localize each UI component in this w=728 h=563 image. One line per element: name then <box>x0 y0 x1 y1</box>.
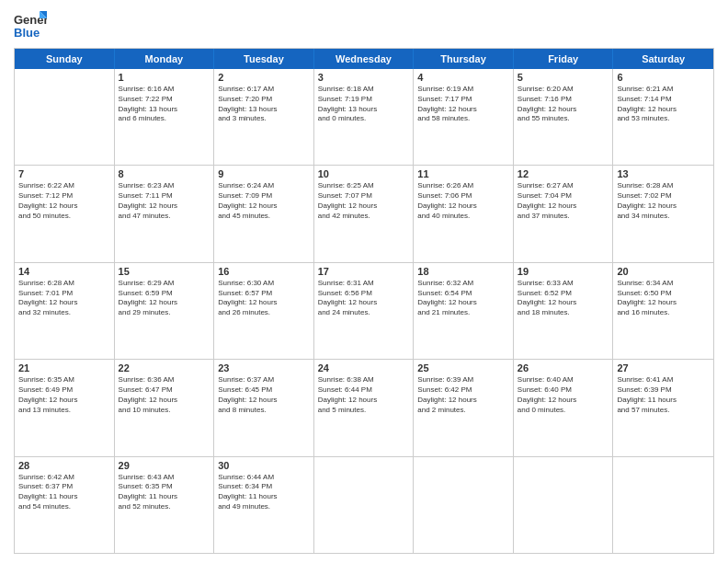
day-info: Sunrise: 6:28 AM Sunset: 7:01 PM Dayligh… <box>18 279 110 318</box>
day-number: 10 <box>318 168 410 179</box>
day-number: 4 <box>417 72 509 83</box>
day-info: Sunrise: 6:21 AM Sunset: 7:14 PM Dayligh… <box>617 85 710 124</box>
day-info: Sunrise: 6:33 AM Sunset: 6:52 PM Dayligh… <box>518 279 609 318</box>
day-cell-21: 21Sunrise: 6:35 AM Sunset: 6:49 PM Dayli… <box>15 360 115 455</box>
day-number: 27 <box>617 362 710 373</box>
day-number: 5 <box>518 72 609 83</box>
day-number: 18 <box>417 266 509 277</box>
calendar: SundayMondayTuesdayWednesdayThursdayFrid… <box>14 48 714 554</box>
day-number: 14 <box>18 266 110 277</box>
day-cell-7: 7Sunrise: 6:22 AM Sunset: 7:12 PM Daylig… <box>15 166 115 261</box>
day-number: 26 <box>518 362 609 373</box>
day-cell-30: 30Sunrise: 6:44 AM Sunset: 6:34 PM Dayli… <box>214 457 314 553</box>
day-info: Sunrise: 6:34 AM Sunset: 6:50 PM Dayligh… <box>617 279 710 318</box>
logo: General Blue <box>14 9 47 42</box>
day-number: 2 <box>218 72 310 83</box>
day-info: Sunrise: 6:28 AM Sunset: 7:02 PM Dayligh… <box>617 181 710 221</box>
day-info: Sunrise: 6:23 AM Sunset: 7:11 PM Dayligh… <box>119 181 210 221</box>
day-number: 8 <box>119 168 210 179</box>
day-cell-12: 12Sunrise: 6:27 AM Sunset: 7:04 PM Dayli… <box>514 166 614 261</box>
day-header-thursday: Thursday <box>414 49 514 69</box>
day-number: 11 <box>417 168 509 179</box>
day-info: Sunrise: 6:39 AM Sunset: 6:42 PM Dayligh… <box>417 375 509 415</box>
day-number: 19 <box>518 266 609 277</box>
day-info: Sunrise: 6:20 AM Sunset: 7:16 PM Dayligh… <box>518 85 609 124</box>
day-cell-15: 15Sunrise: 6:29 AM Sunset: 6:59 PM Dayli… <box>115 263 215 359</box>
day-info: Sunrise: 6:32 AM Sunset: 6:54 PM Dayligh… <box>417 279 509 318</box>
day-info: Sunrise: 6:35 AM Sunset: 6:49 PM Dayligh… <box>18 375 110 415</box>
day-number: 13 <box>617 168 710 179</box>
empty-cell <box>613 457 713 553</box>
day-info: Sunrise: 6:30 AM Sunset: 6:57 PM Dayligh… <box>218 279 310 318</box>
empty-cell <box>314 457 415 553</box>
day-info: Sunrise: 6:44 AM Sunset: 6:34 PM Dayligh… <box>218 473 310 512</box>
day-info: Sunrise: 6:17 AM Sunset: 7:20 PM Dayligh… <box>218 85 310 124</box>
day-info: Sunrise: 6:26 AM Sunset: 7:06 PM Dayligh… <box>417 181 509 221</box>
day-cell-11: 11Sunrise: 6:26 AM Sunset: 7:06 PM Dayli… <box>414 166 514 261</box>
day-cell-20: 20Sunrise: 6:34 AM Sunset: 6:50 PM Dayli… <box>613 263 713 359</box>
day-cell-3: 3Sunrise: 6:18 AM Sunset: 7:19 PM Daylig… <box>314 69 415 165</box>
day-cell-5: 5Sunrise: 6:20 AM Sunset: 7:16 PM Daylig… <box>514 69 614 165</box>
day-cell-4: 4Sunrise: 6:19 AM Sunset: 7:17 PM Daylig… <box>414 69 514 165</box>
calendar-body: 1Sunrise: 6:16 AM Sunset: 7:22 PM Daylig… <box>15 69 713 553</box>
day-info: Sunrise: 6:18 AM Sunset: 7:19 PM Dayligh… <box>318 85 410 124</box>
day-info: Sunrise: 6:19 AM Sunset: 7:17 PM Dayligh… <box>417 85 509 124</box>
day-number: 21 <box>18 362 110 373</box>
day-cell-10: 10Sunrise: 6:25 AM Sunset: 7:07 PM Dayli… <box>314 166 415 261</box>
empty-cell <box>15 69 115 165</box>
day-info: Sunrise: 6:37 AM Sunset: 6:45 PM Dayligh… <box>218 375 310 415</box>
day-header-friday: Friday <box>514 49 614 69</box>
day-number: 1 <box>119 72 210 83</box>
calendar-header: SundayMondayTuesdayWednesdayThursdayFrid… <box>15 49 713 69</box>
calendar-row-3: 14Sunrise: 6:28 AM Sunset: 7:01 PM Dayli… <box>15 263 713 360</box>
day-cell-28: 28Sunrise: 6:42 AM Sunset: 6:37 PM Dayli… <box>15 457 115 553</box>
calendar-row-1: 1Sunrise: 6:16 AM Sunset: 7:22 PM Daylig… <box>15 69 713 166</box>
svg-text:Blue: Blue <box>14 26 40 40</box>
day-number: 16 <box>218 266 310 277</box>
day-number: 22 <box>119 362 210 373</box>
calendar-row-2: 7Sunrise: 6:22 AM Sunset: 7:12 PM Daylig… <box>15 166 713 262</box>
day-info: Sunrise: 6:22 AM Sunset: 7:12 PM Dayligh… <box>18 181 110 221</box>
day-cell-25: 25Sunrise: 6:39 AM Sunset: 6:42 PM Dayli… <box>414 360 514 455</box>
calendar-row-4: 21Sunrise: 6:35 AM Sunset: 6:49 PM Dayli… <box>15 360 713 456</box>
day-cell-16: 16Sunrise: 6:30 AM Sunset: 6:57 PM Dayli… <box>214 263 314 359</box>
day-cell-1: 1Sunrise: 6:16 AM Sunset: 7:22 PM Daylig… <box>115 69 215 165</box>
day-number: 17 <box>318 266 410 277</box>
day-info: Sunrise: 6:24 AM Sunset: 7:09 PM Dayligh… <box>218 181 310 221</box>
day-cell-17: 17Sunrise: 6:31 AM Sunset: 6:56 PM Dayli… <box>314 263 415 359</box>
day-cell-29: 29Sunrise: 6:43 AM Sunset: 6:35 PM Dayli… <box>115 457 215 553</box>
day-cell-26: 26Sunrise: 6:40 AM Sunset: 6:40 PM Dayli… <box>514 360 614 455</box>
day-number: 15 <box>119 266 210 277</box>
day-cell-8: 8Sunrise: 6:23 AM Sunset: 7:11 PM Daylig… <box>115 166 215 261</box>
day-cell-18: 18Sunrise: 6:32 AM Sunset: 6:54 PM Dayli… <box>414 263 514 359</box>
day-number: 23 <box>218 362 310 373</box>
empty-cell <box>514 457 614 553</box>
day-number: 12 <box>518 168 609 179</box>
day-info: Sunrise: 6:43 AM Sunset: 6:35 PM Dayligh… <box>119 473 210 512</box>
day-info: Sunrise: 6:41 AM Sunset: 6:39 PM Dayligh… <box>617 375 710 415</box>
day-info: Sunrise: 6:27 AM Sunset: 7:04 PM Dayligh… <box>518 181 609 221</box>
day-cell-13: 13Sunrise: 6:28 AM Sunset: 7:02 PM Dayli… <box>613 166 713 261</box>
day-cell-2: 2Sunrise: 6:17 AM Sunset: 7:20 PM Daylig… <box>214 69 314 165</box>
header: General Blue <box>14 9 714 42</box>
day-info: Sunrise: 6:16 AM Sunset: 7:22 PM Dayligh… <box>119 85 210 124</box>
day-header-saturday: Saturday <box>613 49 713 69</box>
day-header-tuesday: Tuesday <box>214 49 314 69</box>
day-info: Sunrise: 6:38 AM Sunset: 6:44 PM Dayligh… <box>318 375 410 415</box>
day-number: 24 <box>318 362 410 373</box>
day-number: 28 <box>18 460 110 471</box>
day-number: 29 <box>119 460 210 471</box>
day-number: 25 <box>417 362 509 373</box>
day-info: Sunrise: 6:25 AM Sunset: 7:07 PM Dayligh… <box>318 181 410 221</box>
day-cell-27: 27Sunrise: 6:41 AM Sunset: 6:39 PM Dayli… <box>613 360 713 455</box>
day-info: Sunrise: 6:40 AM Sunset: 6:40 PM Dayligh… <box>518 375 609 415</box>
day-cell-24: 24Sunrise: 6:38 AM Sunset: 6:44 PM Dayli… <box>314 360 415 455</box>
day-cell-19: 19Sunrise: 6:33 AM Sunset: 6:52 PM Dayli… <box>514 263 614 359</box>
day-header-wednesday: Wednesday <box>314 49 415 69</box>
day-cell-22: 22Sunrise: 6:36 AM Sunset: 6:47 PM Dayli… <box>115 360 215 455</box>
day-cell-9: 9Sunrise: 6:24 AM Sunset: 7:09 PM Daylig… <box>214 166 314 261</box>
day-info: Sunrise: 6:31 AM Sunset: 6:56 PM Dayligh… <box>318 279 410 318</box>
day-cell-14: 14Sunrise: 6:28 AM Sunset: 7:01 PM Dayli… <box>15 263 115 359</box>
calendar-row-5: 28Sunrise: 6:42 AM Sunset: 6:37 PM Dayli… <box>15 457 713 553</box>
day-cell-23: 23Sunrise: 6:37 AM Sunset: 6:45 PM Dayli… <box>214 360 314 455</box>
